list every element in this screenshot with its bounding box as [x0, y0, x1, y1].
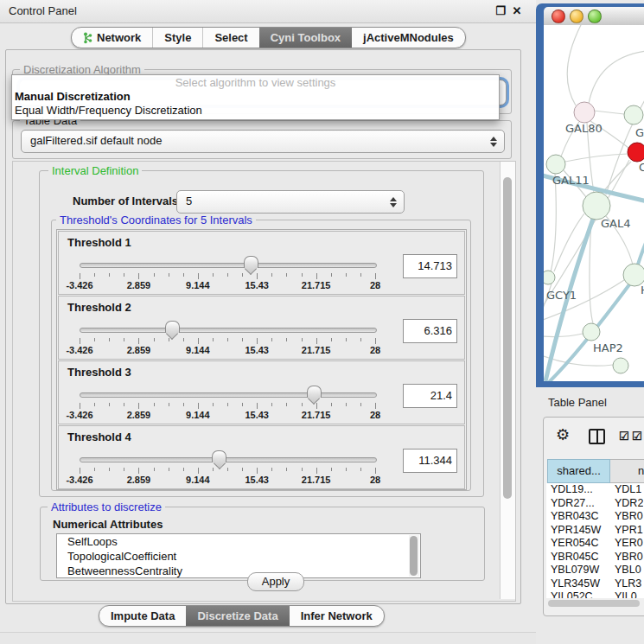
tab-infer-network[interactable]: Infer Network [290, 606, 384, 626]
column-header-shared-name[interactable]: shared... [547, 459, 610, 483]
tick-mark [198, 468, 199, 474]
tick-label: -3.426 [66, 280, 92, 290]
table-row[interactable]: YPR145WYPR1 [546, 524, 644, 538]
slider-thumb[interactable] [244, 256, 258, 268]
threshold-slider[interactable]: -3.4262.8599.14415.4321.71528 [80, 254, 377, 290]
tick-mark [375, 273, 376, 279]
zoom-traffic-light-icon[interactable] [588, 10, 602, 23]
tab-style[interactable]: Style [152, 28, 202, 48]
tab-discretize-data[interactable]: Discretize Data [186, 606, 289, 626]
tick-mark [109, 338, 110, 341]
network-edge [594, 111, 624, 114]
slider-track[interactable] [80, 392, 377, 398]
tick-label: 2.859 [127, 410, 151, 420]
tick-mark [316, 273, 317, 279]
network-canvas[interactable]: GAL80GACGAL11GAL4HGCY1HAP2 [544, 25, 644, 381]
column-header-name[interactable]: name [610, 459, 644, 483]
tab-network[interactable]: Network [72, 28, 152, 48]
apply-button[interactable]: Apply [247, 572, 304, 591]
dropdown-item-manual-discretization[interactable]: Manual Discretization [12, 90, 499, 104]
network-node-hap2[interactable] [583, 323, 600, 341]
network-node-ga[interactable] [624, 105, 643, 124]
table-row[interactable]: YBL079WYBL0 [546, 564, 644, 577]
stepper-icon [490, 133, 498, 150]
slider-track[interactable] [80, 328, 377, 333]
network-node-gcy1[interactable] [544, 271, 555, 284]
tick-mark [80, 468, 80, 474]
list-item[interactable]: SelfLoops [57, 534, 420, 549]
number-of-intervals-combo[interactable]: 5 [176, 190, 405, 214]
slider-track[interactable] [80, 263, 377, 268]
settings-scrollpane: Interval Definition Number of Intervals … [12, 161, 516, 602]
tick-mark [346, 273, 347, 277]
cell-shared-name: YDL19... [546, 483, 613, 497]
cell-shared-name: YBL079W [546, 564, 613, 577]
slider-thumb[interactable] [307, 386, 322, 398]
threshold-value-input[interactable]: 14.713 [403, 254, 457, 278]
table-row[interactable]: YER054CYER0 [546, 537, 644, 551]
tab-cyni-toolbox[interactable]: Cyni Toolbox [259, 28, 352, 48]
panel-title: Control Panel [9, 0, 77, 22]
table-row[interactable]: YIL052CYIL0 [546, 590, 644, 598]
tick-label: 2.859 [127, 345, 151, 355]
close-traffic-light-icon[interactable] [552, 10, 565, 23]
network-node-c[interactable] [628, 143, 644, 162]
table-row[interactable]: YBR043CYBR0 [546, 510, 644, 524]
tick-mark [169, 273, 169, 277]
control-panel-tabs: NetworkStyleSelectCyni ToolboxjActiveMNo… [71, 27, 466, 48]
table-row[interactable]: YDR27...YDR2 [546, 497, 644, 511]
split-columns-icon[interactable] [589, 429, 605, 444]
tab-jactivemnodules[interactable]: jActiveMNodules [352, 28, 465, 48]
network-edge [589, 51, 644, 104]
tab-select[interactable]: Select [202, 28, 258, 48]
tab-impute-data[interactable]: Impute Data [99, 606, 186, 626]
threshold-value-input[interactable]: 11.344 [403, 449, 457, 473]
checkbox-icon[interactable]: ☑ [619, 430, 629, 443]
slider-track[interactable] [80, 457, 377, 462]
dropdown-item-equal-width[interactable]: Equal Width/Frequency Discretization [12, 104, 499, 118]
threshold-stack: Threshold 1-3.4262.8599.14415.4321.71528… [56, 229, 467, 490]
numerical-attributes-list[interactable]: SelfLoopsTopologicalCoefficientBetweenne… [56, 533, 421, 578]
table-data-combo[interactable]: galFiltered.sif default node [21, 130, 505, 153]
vertical-scrollbar[interactable] [500, 162, 515, 599]
threshold-value-input[interactable]: 6.316 [403, 319, 457, 343]
minimize-traffic-light-icon[interactable] [570, 10, 583, 23]
network-edge [602, 162, 631, 194]
checkbox-icon[interactable]: ☑ [632, 430, 642, 443]
table-row[interactable]: YLR345WYLR3 [546, 577, 644, 591]
float-window-icon[interactable]: ❐ [493, 0, 508, 22]
table-row[interactable]: YDL19...YDL1 [546, 483, 644, 497]
tick-mark [271, 273, 272, 277]
slider-thumb[interactable] [165, 321, 180, 333]
network-node[interactable] [613, 358, 628, 373]
threshold-slider[interactable]: -3.4262.8599.14415.4321.71528 [80, 319, 377, 355]
list-item[interactable]: TopologicalCoefficient [57, 549, 420, 564]
threshold-value-input[interactable]: 21.4 [403, 384, 457, 408]
tick-mark [154, 468, 155, 471]
tick-mark [316, 338, 317, 344]
network-node-gal4[interactable] [583, 192, 610, 220]
network-edge [590, 219, 593, 323]
tab-label: Network [97, 29, 141, 48]
list-item[interactable]: BetweennessCentrality [57, 564, 420, 578]
threshold-slider[interactable]: -3.4262.8599.14415.4321.71528 [80, 449, 377, 485]
tab-label: Impute Data [111, 607, 175, 626]
tick-mark [138, 338, 139, 344]
tick-mark [242, 273, 243, 277]
cell-shared-name: YER054C [546, 537, 613, 551]
threshold-slider[interactable]: -3.4262.8599.14415.4321.71528 [80, 384, 377, 420]
close-icon[interactable]: ✕ [509, 0, 525, 22]
tick-mark [302, 468, 303, 471]
gear-icon[interactable]: ⚙ [556, 425, 570, 444]
network-node-gal11[interactable] [546, 155, 565, 174]
list-scrollbar[interactable] [409, 535, 419, 577]
network-node-gal80[interactable] [574, 102, 595, 123]
slider-thumb[interactable] [212, 450, 226, 462]
table-row[interactable]: YBR045CYBR0 [546, 551, 644, 564]
scrollbar-thumb[interactable] [503, 177, 512, 499]
tick-label: -3.426 [66, 410, 92, 420]
horizontal-scrollbar[interactable] [546, 600, 643, 608]
scrollbar-thumb[interactable] [548, 600, 640, 607]
tick-mark [257, 403, 258, 409]
tick-mark [346, 403, 347, 406]
